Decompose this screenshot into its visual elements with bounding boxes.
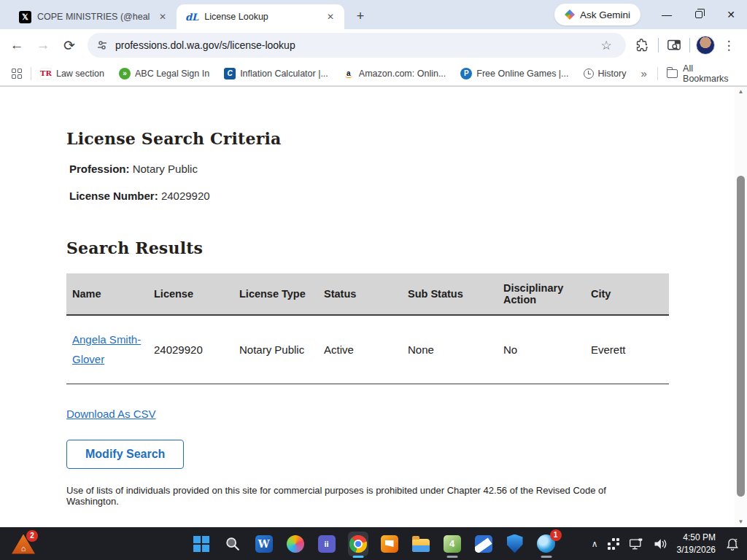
bookmark-law-section[interactable]: TR Law section (40, 68, 104, 79)
abc-legal-favicon: » (119, 68, 131, 79)
bookmark-abc-legal[interactable]: » ABC Legal Sign In (119, 68, 209, 79)
gemini-sparkle-icon (565, 9, 575, 20)
bookmark-amazon[interactable]: a Amazon.com: Onlin... (343, 68, 446, 79)
bookmarks-overflow-icon[interactable]: » (640, 67, 646, 79)
teams-icon: ii (318, 535, 336, 553)
new-tab-button[interactable]: + (350, 6, 371, 26)
shield-icon (507, 534, 523, 553)
thomson-reuters-favicon: TR (40, 68, 52, 79)
volume-tray-icon[interactable] (653, 537, 667, 551)
bookmark-label: Free Online Games |... (476, 69, 568, 79)
bookmark-label: History (598, 69, 627, 79)
modify-search-button[interactable]: Modify Search (66, 440, 184, 469)
search-tabs-icon[interactable] (663, 34, 685, 56)
results-heading: Search Results (66, 238, 652, 257)
photos-icon: 4 (444, 535, 461, 553)
toolbar-separator (658, 38, 659, 52)
bookmark-label: Amazon.com: Onlin... (359, 69, 446, 79)
capture-app-button[interactable] (473, 534, 494, 554)
video-editor-app-button[interactable] (379, 534, 400, 554)
scrollbar-thumb[interactable] (737, 176, 745, 497)
word-app-button[interactable]: W (254, 534, 274, 554)
ask-gemini-button[interactable]: Ask Gemini (554, 4, 640, 26)
amazon-favicon: a (343, 68, 355, 79)
scroll-up-icon[interactable]: ▲ (738, 87, 744, 97)
bookmark-star-icon[interactable]: ☆ (595, 34, 617, 56)
scrollbar-track[interactable] (735, 97, 747, 517)
apps-grid-icon[interactable] (12, 69, 22, 79)
running-indicator (352, 556, 363, 558)
notification-bell-icon[interactable]: z (725, 537, 740, 551)
tray-clock[interactable]: 4:50 PM 3/19/2026 (677, 532, 716, 556)
table-header-row: Name License License Type Status Sub Sta… (66, 273, 669, 315)
tab-cope-ministries[interactable]: 𝕏 COPE MINISTRIES (@heal247) / ✕ (10, 4, 177, 29)
windows-logo-icon (193, 536, 209, 552)
windows-taskbar: ⌂ 2 W ii 4 1 (0, 527, 747, 560)
tray-date: 3/19/2026 (677, 544, 716, 556)
app-badge: 1 (550, 529, 562, 541)
browser-toolbar: ← → ⟳ professions.dol.wa.gov/s/license-l… (0, 29, 747, 61)
scroll-down-icon[interactable]: ▼ (738, 517, 744, 527)
start-button[interactable] (191, 534, 212, 554)
search-icon (225, 536, 241, 552)
back-button[interactable]: ← (4, 33, 29, 58)
restore-button[interactable] (683, 0, 715, 29)
url-text[interactable]: professions.dol.wa.gov/s/license-lookup (115, 39, 588, 51)
running-indicator (446, 556, 457, 558)
inflation-calculator-favicon: C (224, 68, 236, 79)
tab-license-lookup[interactable]: dL License Lookup ✕ (177, 4, 344, 29)
cell-license-type: Notary Public (233, 315, 318, 384)
table-row: Angela Smith-Glover 24029920 Notary Publ… (66, 315, 669, 384)
display-tray-icon[interactable] (629, 537, 643, 551)
bookmarks-bar: TR Law section » ABC Legal Sign In C Inf… (0, 61, 747, 86)
site-settings-icon[interactable] (96, 39, 108, 51)
address-bar[interactable]: professions.dol.wa.gov/s/license-lookup … (88, 33, 626, 58)
games-favicon: P (460, 68, 472, 79)
file-explorer-icon (412, 539, 430, 552)
bookmark-inflation-calculator[interactable]: C Inflation Calculator |... (224, 68, 328, 79)
chrome-app-button[interactable] (348, 534, 368, 554)
notifier-app-button[interactable]: 1 (536, 534, 557, 554)
reload-button[interactable]: ⟳ (57, 33, 82, 58)
license-number-value: 24029920 (161, 190, 210, 202)
bookmark-free-online-games[interactable]: P Free Online Games |... (460, 68, 568, 79)
bookmark-label: Inflation Calculator |... (240, 69, 328, 79)
bookmark-label: ABC Legal Sign In (135, 69, 209, 79)
all-bookmarks-label[interactable]: All Bookmarks (683, 63, 738, 84)
bookmarks-separator (657, 67, 658, 80)
licensee-name-link[interactable]: Angela Smith-Glover (72, 333, 141, 366)
search-button[interactable] (222, 534, 243, 554)
word-icon: W (255, 535, 273, 553)
tab-close-icon[interactable]: ✕ (156, 10, 169, 23)
minimize-button[interactable]: — (651, 0, 683, 29)
profession-value: Notary Public (133, 163, 198, 175)
teams-app-button[interactable]: ii (317, 534, 337, 554)
cell-disciplinary-action: No (498, 315, 585, 384)
forward-button[interactable]: → (31, 33, 55, 58)
photos-app-button[interactable]: 4 (442, 534, 462, 554)
tray-time: 4:50 PM (677, 532, 716, 544)
security-app-button[interactable] (505, 534, 525, 554)
history-clock-icon (584, 69, 594, 79)
profile-avatar[interactable] (694, 34, 716, 56)
dropbox-tray-icon[interactable] (608, 538, 619, 550)
cell-sub-status: None (402, 315, 498, 384)
file-explorer-button[interactable] (411, 534, 431, 554)
page-scrollbar[interactable]: ▲ ▼ (735, 87, 747, 527)
widgets-weather-alert[interactable]: ⌂ 2 (12, 533, 36, 555)
license-number-label: License Number: (69, 190, 158, 202)
browser-menu-icon[interactable]: ⋮ (718, 34, 740, 56)
extensions-icon[interactable] (632, 34, 654, 56)
bookmark-history[interactable]: History (584, 69, 627, 79)
capture-icon (475, 535, 492, 553)
video-editor-icon (381, 535, 398, 553)
copilot-app-button[interactable] (285, 534, 306, 554)
tray-overflow-chevron-icon[interactable]: ∧ (592, 539, 598, 549)
ask-gemini-label: Ask Gemini (580, 9, 630, 20)
tab-title: License Lookup (204, 12, 318, 22)
col-header-sub-status: Sub Status (402, 273, 498, 315)
close-button[interactable]: ✕ (715, 0, 747, 29)
all-bookmarks-folder-icon (667, 69, 678, 78)
download-csv-link[interactable]: Download As CSV (66, 408, 156, 420)
tab-close-icon[interactable]: ✕ (324, 10, 337, 23)
